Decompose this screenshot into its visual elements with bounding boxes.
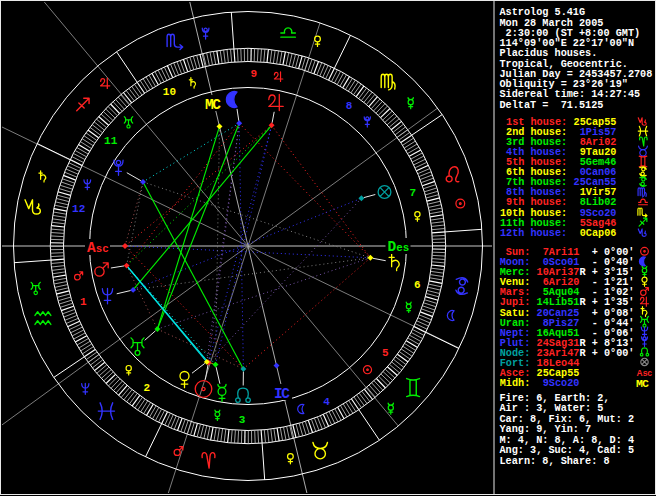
svg-text:+ 0°00': + 0°00' [592,348,635,359]
svg-text:R: R [579,297,586,308]
svg-text:8: 8 [346,100,353,112]
svg-text:Ang: 3, Suc: 4, Cad: 5: Ang: 3, Suc: 4, Cad: 5 [500,445,635,456]
svg-text:MC: MC [205,97,221,113]
svg-text:Yang: 9, Yin: 7: Yang: 9, Yin: 7 [500,424,592,435]
svg-text:Midh:: Midh: [500,378,531,389]
svg-text:A: A [87,240,96,256]
svg-text:es: es [396,242,409,254]
svg-text:2: 2 [144,382,151,394]
svg-text:9Sco20: 9Sco20 [543,378,580,389]
svg-text:DeltaT = 71.5125: DeltaT = 71.5125 [500,100,604,111]
svg-text:11: 11 [104,135,118,147]
svg-text:0Cap06: 0Cap06 [580,228,617,239]
svg-text:9: 9 [251,68,258,80]
svg-text:4: 4 [323,396,330,408]
svg-text:7: 7 [409,187,416,199]
svg-text:12: 12 [72,203,85,215]
svg-text:6: 6 [414,279,421,291]
svg-text:12th house:: 12th house: [500,228,567,239]
svg-text:Air : 3, Water: 5: Air : 3, Water: 5 [500,403,604,414]
svg-text:10: 10 [163,86,176,98]
svg-text:D: D [388,239,397,255]
svg-text:5: 5 [382,347,389,359]
svg-text:R: R [579,348,586,359]
svg-text:Fire: 6, Earth: 2,: Fire: 6, Earth: 2, [500,393,610,404]
svg-text:sc: sc [96,243,109,255]
svg-text:IC: IC [274,386,290,402]
svg-text:MC: MC [636,377,649,390]
svg-text:R: R [579,267,586,278]
svg-text:Learn: 8, Share: 8: Learn: 8, Share: 8 [500,456,610,467]
svg-text:Car: 8, Fix: 6, Mut: 2: Car: 8, Fix: 6, Mut: 2 [500,414,635,425]
svg-text:M: 4, N: 8, A: 8, D: 4: M: 4, N: 8, A: 8, D: 4 [500,435,635,446]
svg-text:3: 3 [239,414,246,426]
svg-text:1: 1 [80,296,87,308]
